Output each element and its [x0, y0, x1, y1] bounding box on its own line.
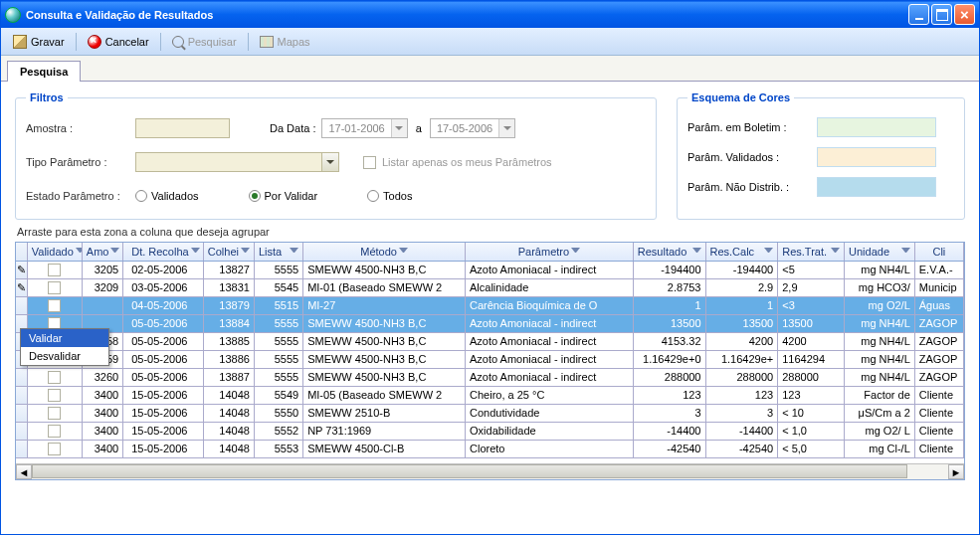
cell: -194400: [706, 262, 779, 278]
table-row[interactable]: 326005-05-2006138875555SMEWW 4500-NH3 B,…: [16, 369, 964, 387]
filter-icon[interactable]: [692, 248, 701, 257]
search-button[interactable]: Pesquisar: [166, 33, 243, 51]
save-button[interactable]: Gravar: [7, 32, 71, 52]
cancel-label: Cancelar: [105, 36, 149, 48]
table-row[interactable]: 05-05-2006138845555SMEWW 4500-NH3 B,CAzo…: [16, 315, 964, 333]
minimize-button[interactable]: [908, 4, 929, 25]
scroll-left-button[interactable]: ◄: [16, 464, 32, 479]
cell: 1164294: [778, 351, 845, 368]
onlymine-checkbox[interactable]: [363, 156, 376, 169]
cell: 1: [634, 297, 706, 314]
chevron-down-icon[interactable]: [321, 153, 338, 171]
color-bulletin-swatch: [817, 117, 936, 137]
cell: MI-01 (Baseado SMEWW 2: [303, 279, 466, 296]
validado-checkbox[interactable]: [48, 264, 61, 276]
filter-icon[interactable]: [110, 248, 119, 257]
filter-icon[interactable]: [831, 248, 840, 257]
validado-checkbox[interactable]: [48, 299, 61, 312]
cell: SMEWW 4500-NH3 B,C: [303, 333, 466, 350]
table-row[interactable]: ✎320903-05-2006138315545MI-01 (Baseado S…: [16, 279, 964, 297]
filter-icon[interactable]: [191, 248, 200, 257]
table-row[interactable]: 340015-05-2006140485552NP 731:1969Oxidab…: [16, 423, 964, 441]
cell: SMEWW 4500-NH3 B,C: [303, 262, 466, 278]
from-date-picker[interactable]: 17-01-2006: [321, 118, 407, 138]
table-row[interactable]: 340015-05-2006140485553SMEWW 4500-Cl-BCl…: [16, 441, 964, 458]
col-parametro[interactable]: Parâmetro: [466, 243, 634, 261]
validado-checkbox[interactable]: [48, 389, 61, 402]
cell: < 10: [778, 405, 845, 422]
table-row[interactable]: 340015-05-2006140485549MI-05 (Baseado SM…: [16, 387, 964, 405]
window-title: Consulta e Validação de Resultados: [26, 9, 908, 21]
cell: SMEWW 2510-B: [303, 405, 466, 422]
cell: [28, 423, 83, 440]
cell: [28, 262, 83, 278]
validado-checkbox[interactable]: [48, 281, 61, 294]
cancel-button[interactable]: Cancelar: [82, 32, 155, 52]
maximize-button[interactable]: [931, 4, 952, 25]
scroll-track[interactable]: [32, 464, 948, 479]
radio-todos[interactable]: Todos: [367, 190, 412, 202]
col-metodo[interactable]: Método: [303, 243, 466, 261]
cell: 3205: [83, 262, 123, 278]
col-rescalc[interactable]: Res.Calc: [706, 243, 779, 261]
radio-validados[interactable]: Validados: [135, 190, 199, 202]
scroll-thumb[interactable]: [32, 464, 907, 478]
close-button[interactable]: [954, 4, 975, 25]
validado-checkbox[interactable]: [48, 371, 61, 384]
table-row[interactable]: ✎320502-05-2006138275555SMEWW 4500-NH3 B…: [16, 262, 964, 279]
table-row[interactable]: 340015-05-2006140485550SMEWW 2510-BCondu…: [16, 405, 964, 423]
context-validar[interactable]: Validar: [21, 329, 108, 347]
colors-fieldset: Esquema de Cores Parâm. em Boletim : Par…: [677, 91, 965, 220]
cell: 13887: [204, 369, 255, 386]
filter-icon[interactable]: [901, 248, 910, 257]
col-cliente[interactable]: Cli: [915, 243, 964, 261]
validado-checkbox[interactable]: [48, 443, 61, 455]
row-indicator: ✎: [16, 279, 28, 296]
filter-icon[interactable]: [290, 248, 298, 257]
col-resultado[interactable]: Resultado: [634, 243, 706, 261]
col-unidade[interactable]: Unidade: [845, 243, 915, 261]
col-validado[interactable]: Validado: [28, 243, 83, 261]
cell: MI-27: [303, 297, 466, 314]
chevron-down-icon[interactable]: [391, 119, 407, 137]
horizontal-scrollbar[interactable]: ◄ ►: [16, 463, 964, 479]
maps-button[interactable]: Mapas: [254, 33, 316, 51]
col-lista[interactable]: Lista: [255, 243, 303, 261]
chevron-down-icon[interactable]: [498, 119, 514, 137]
filter-icon[interactable]: [399, 248, 408, 257]
col-restrat[interactable]: Res.Trat.: [778, 243, 845, 261]
to-date-picker[interactable]: 17-05-2006: [430, 118, 515, 138]
cell: 14048: [204, 441, 255, 457]
from-date-label: Da Data :: [270, 122, 315, 134]
validado-checkbox[interactable]: [48, 407, 61, 420]
scroll-right-button[interactable]: ►: [948, 464, 964, 479]
amostra-input[interactable]: [135, 118, 230, 138]
cell: 5550: [255, 405, 303, 422]
table-row[interactable]: 325905-05-2006138865555SMEWW 4500-NH3 B,…: [16, 351, 964, 369]
row-indicator: [16, 297, 28, 314]
col-dtrecolha[interactable]: Dt. Recolha: [123, 243, 204, 261]
search-icon: [172, 36, 184, 48]
col-amo[interactable]: Amo: [83, 243, 123, 261]
results-grid: Validado Amo Dt. Recolha Colhei Lista Mé…: [15, 242, 965, 480]
cell: ZAGOP: [915, 351, 964, 368]
filter-icon[interactable]: [76, 248, 83, 257]
radio-porvalidar[interactable]: Por Validar: [249, 190, 318, 202]
context-desvalidar[interactable]: Desvalidar: [21, 347, 108, 365]
paramtype-select[interactable]: [135, 152, 339, 172]
row-indicator: [16, 387, 28, 404]
filter-icon[interactable]: [571, 248, 580, 257]
tab-pesquisa[interactable]: Pesquisa: [7, 61, 81, 82]
filter-icon[interactable]: [764, 248, 773, 257]
row-indicator: [16, 441, 28, 457]
cell: 123: [634, 387, 706, 404]
cell: 05-05-2006: [123, 333, 204, 350]
filter-icon[interactable]: [241, 248, 250, 257]
cell: [28, 405, 83, 422]
from-date-value: 17-01-2006: [322, 122, 390, 134]
table-row[interactable]: 04-05-2006138795515MI-27Carência Bioquím…: [16, 297, 964, 315]
table-row[interactable]: 325805-05-2006138855555SMEWW 4500-NH3 B,…: [16, 333, 964, 351]
group-drop-zone[interactable]: Arraste para esta zona a coluna que dese…: [15, 220, 965, 242]
col-colhei[interactable]: Colhei: [204, 243, 255, 261]
validado-checkbox[interactable]: [48, 425, 61, 438]
